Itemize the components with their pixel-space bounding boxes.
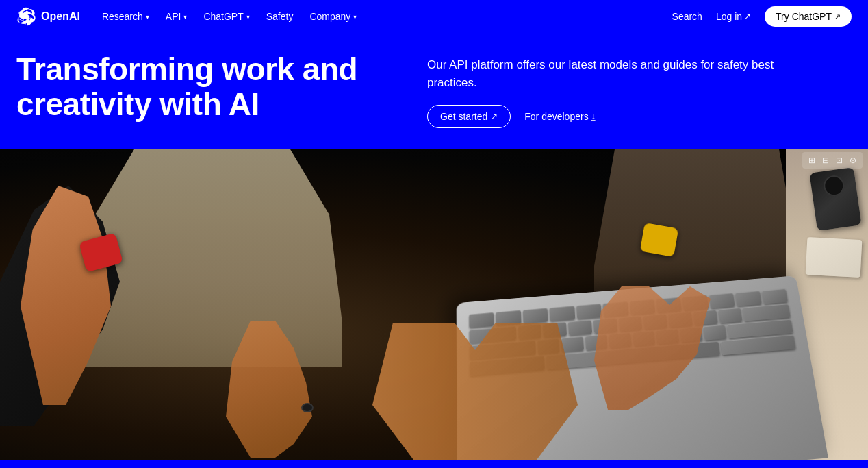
nav-item-chatgpt[interactable]: ChatGPT ▾ — [203, 11, 249, 22]
watch-yellow — [640, 223, 679, 257]
hero-bg — [0, 149, 868, 460]
for-developers-button[interactable]: For developers ↓ — [524, 111, 595, 122]
login-link[interactable]: Log in ↗ — [716, 11, 751, 22]
hero-image — [0, 149, 868, 460]
arrow-ne-icon: ↗ — [491, 112, 498, 121]
navbar: OpenAI Research ▾ API ▾ ChatGPT ▾ — [0, 0, 868, 33]
hero-description: Our API platform offers our latest model… — [427, 56, 824, 91]
try-chatgpt-button[interactable]: Try ChatGPT ↗ — [765, 6, 852, 27]
hero-right: Our API platform offers our latest model… — [427, 52, 824, 128]
phone-camera — [822, 174, 845, 197]
chevron-down-icon: ▾ — [183, 13, 187, 21]
key — [709, 293, 735, 308]
key — [718, 308, 743, 323]
chevron-down-icon: ▾ — [353, 13, 357, 21]
key — [568, 320, 592, 336]
ring — [301, 403, 314, 412]
arrow-down-icon: ↓ — [591, 112, 596, 121]
nav-item-safety[interactable]: Safety — [266, 11, 294, 22]
navbar-left: OpenAI Research ▾ API ▾ ChatGPT ▾ — [16, 7, 357, 26]
openai-logo-icon — [16, 7, 36, 26]
pad-item — [806, 237, 863, 278]
key — [576, 304, 602, 319]
image-toolbar: ⊞ ⊟ ⊡ ⊙ — [802, 152, 863, 169]
search-link[interactable]: Search — [672, 11, 702, 22]
arrow-ne-icon: ↗ — [834, 12, 841, 21]
nav-item-company[interactable]: Company ▾ — [309, 11, 357, 22]
key — [469, 312, 494, 328]
copy-icon[interactable]: ⊟ — [819, 154, 832, 167]
nav-item-research[interactable]: Research ▾ — [102, 11, 149, 22]
chevron-down-icon: ▾ — [146, 13, 149, 21]
hero-left: Transforming work and creativity with AI — [16, 52, 400, 121]
chevron-down-icon: ▾ — [246, 13, 250, 21]
hero-title: Transforming work and creativity with AI — [16, 52, 400, 121]
key — [735, 291, 762, 306]
nav-links: Research ▾ API ▾ ChatGPT ▾ Safety — [102, 11, 357, 22]
brand-name: OpenAI — [41, 10, 80, 23]
navbar-right: Search Log in ↗ Try ChatGPT ↗ — [672, 6, 852, 27]
phone-item — [809, 167, 861, 231]
settings-icon[interactable]: ⊙ — [847, 154, 859, 167]
key — [550, 306, 575, 321]
arrow-ext-icon: ↗ — [744, 12, 751, 21]
hero-buttons: Get started ↗ For developers ↓ — [427, 105, 824, 128]
nav-item-api[interactable]: API ▾ — [166, 11, 188, 22]
logo-area[interactable]: OpenAI — [16, 7, 80, 26]
fullscreen-icon[interactable]: ⊡ — [833, 154, 845, 167]
key — [703, 325, 726, 341]
key — [743, 304, 791, 321]
image-section: ⊞ ⊟ ⊡ ⊙ — [0, 149, 868, 460]
hero-section: Transforming work and creativity with AI… — [0, 33, 868, 149]
key — [561, 336, 583, 352]
key — [761, 288, 788, 304]
key — [523, 308, 548, 323]
get-started-button[interactable]: Get started ↗ — [427, 105, 511, 128]
resize-icon[interactable]: ⊞ — [806, 154, 818, 167]
